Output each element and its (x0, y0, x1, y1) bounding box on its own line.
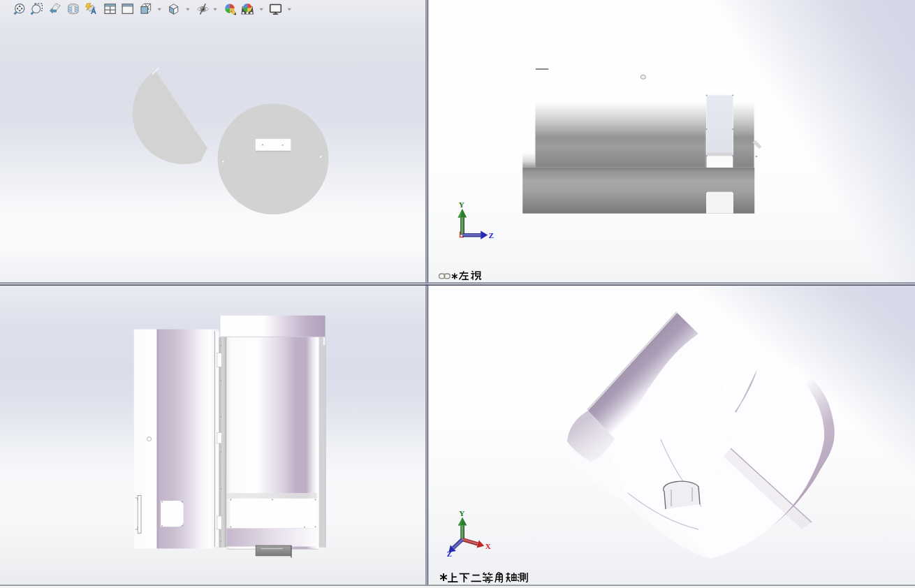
svg-text:X: X (485, 542, 491, 550)
svg-text:Z: Z (489, 231, 494, 240)
svg-text:Z: Z (446, 550, 451, 558)
svg-text:Y: Y (459, 509, 464, 517)
svg-text:Y: Y (459, 200, 464, 209)
